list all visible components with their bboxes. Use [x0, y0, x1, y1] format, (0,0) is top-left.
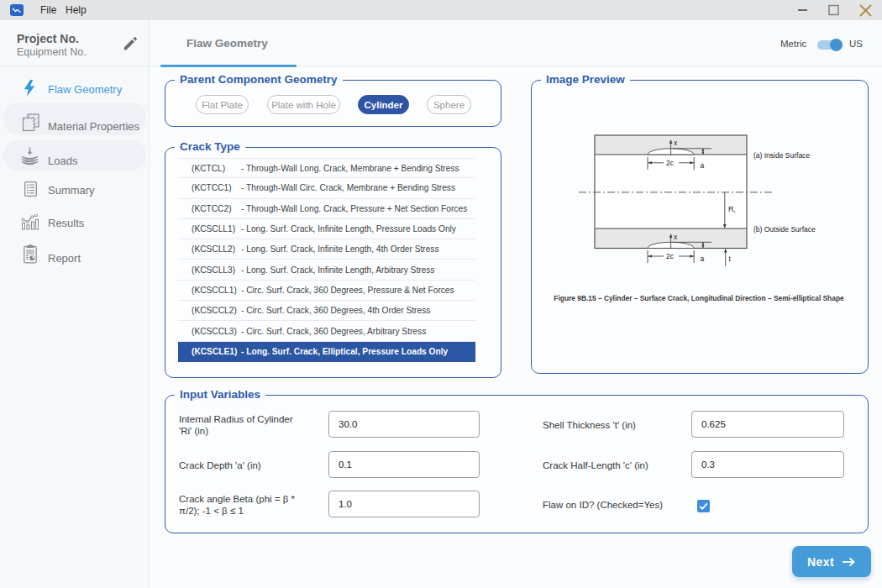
svg-text:2c: 2c [666, 159, 675, 167]
svg-text:a: a [701, 161, 705, 170]
svg-text:(a) Inside Surface: (a) Inside Surface [753, 151, 810, 160]
svg-text:(b) Outside Surface: (b) Outside Surface [753, 225, 816, 234]
svg-text:t: t [729, 255, 732, 263]
svg-text:2c: 2c [666, 252, 675, 260]
svg-text:Figure 9B.15 – Cylinder – Surf: Figure 9B.15 – Cylinder – Surface Crack,… [554, 294, 844, 302]
svg-text:a: a [701, 255, 705, 263]
